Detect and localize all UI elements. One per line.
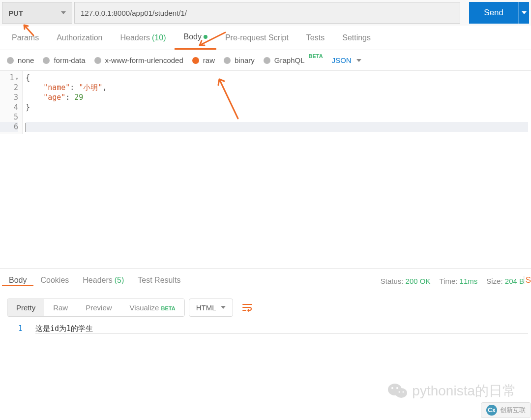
beta-badge: BETA (161, 305, 176, 311)
response-format-row: Pretty Raw Preview Visualize BETA HTML (0, 293, 531, 322)
chevron-down-icon (356, 59, 361, 62)
svg-point-3 (396, 387, 398, 389)
resp-tab-headers[interactable]: Headers (5) (76, 276, 131, 285)
headers-count: (10) (152, 33, 166, 42)
fold-icon: ▼ (16, 76, 18, 81)
editor-gutter: 1▼ 2 3 4 5 6 (0, 71, 23, 134)
format-preview[interactable]: Preview (77, 299, 120, 316)
request-tabs: Params Authorization Headers (10) Body P… (0, 26, 531, 50)
format-visualize[interactable]: Visualize BETA (121, 299, 184, 316)
send-dropdown[interactable] (518, 2, 529, 24)
tab-headers[interactable]: Headers (10) (112, 26, 175, 50)
response-body-editor[interactable]: 1 这是id为1的学生 (0, 322, 531, 335)
radio-icon (94, 57, 101, 64)
http-method-label: PUT (8, 9, 23, 17)
wrap-icon (242, 303, 253, 312)
format-raw[interactable]: Raw (44, 299, 77, 316)
format-pretty[interactable]: Pretty (7, 299, 44, 316)
svg-point-1 (395, 388, 407, 398)
response-status: Status: 200 OK Time: 11ms Size: 204 B (381, 277, 529, 285)
send-button[interactable]: Send (469, 2, 518, 24)
format-tabs: Pretty Raw Preview Visualize BETA (7, 299, 185, 317)
send-button-group: Send (462, 2, 529, 24)
svg-point-2 (391, 387, 393, 389)
response-language-select[interactable]: HTML (189, 299, 234, 317)
bodytype-graphql[interactable]: GraphQLBETA (264, 56, 323, 64)
chevron-down-icon (522, 11, 527, 14)
wechat-icon (387, 382, 408, 400)
tab-body[interactable]: Body (175, 26, 216, 50)
bodytype-none[interactable]: none (7, 56, 34, 64)
bodytype-binary[interactable]: binary (224, 56, 255, 64)
size-value: 204 B (505, 277, 524, 285)
bodytype-raw[interactable]: raw (192, 56, 215, 64)
bodytype-formdata[interactable]: form-data (43, 56, 85, 64)
time-value: 11ms (460, 277, 478, 285)
cursor-icon (26, 123, 26, 132)
truncated-text: S (526, 275, 531, 285)
wrap-lines-button[interactable] (237, 298, 258, 317)
resp-headers-count: (5) (115, 276, 124, 285)
beta-badge: BETA (309, 53, 323, 59)
bodytype-urlencoded[interactable]: x-www-form-urlencoded (94, 56, 183, 64)
raw-language-select[interactable]: JSON (332, 56, 361, 64)
code-area[interactable]: { "name": "小明", "age": 29 } (23, 71, 531, 134)
tab-params[interactable]: Params (3, 26, 48, 50)
svg-point-4 (399, 391, 400, 393)
tab-tests[interactable]: Tests (297, 26, 333, 50)
http-method-select[interactable]: PUT (2, 2, 72, 24)
status-value: 200 OK (406, 277, 431, 285)
tab-settings[interactable]: Settings (333, 26, 380, 50)
url-input[interactable] (74, 2, 460, 24)
body-indicator-icon (204, 35, 207, 39)
resp-tab-cookies[interactable]: Cookies (33, 276, 76, 285)
watermark-badge: Cx 创新互联 (481, 402, 531, 418)
resp-tab-testresults[interactable]: Test Results (131, 276, 187, 285)
watermark: pythonista的日常 (387, 382, 516, 400)
divider: | (523, 274, 525, 285)
response-tabs-row: Body Cookies Headers (5) Test Results St… (0, 269, 531, 293)
resp-tab-body[interactable]: Body (2, 276, 33, 286)
tab-prerequest[interactable]: Pre-request Script (216, 26, 297, 50)
resp-code: 这是id为1的学生 (32, 322, 531, 335)
chevron-down-icon (221, 306, 226, 309)
tab-authorization[interactable]: Authorization (48, 26, 111, 50)
response-section: Body Cookies Headers (5) Test Results St… (0, 268, 531, 335)
radio-icon (224, 57, 231, 64)
resp-gutter: 1 (0, 322, 32, 335)
body-type-row: none form-data x-www-form-urlencoded raw… (0, 50, 531, 71)
chevron-down-icon (61, 11, 66, 14)
request-url-bar: PUT Send (0, 0, 531, 26)
radio-icon (43, 57, 50, 64)
radio-checked-icon (192, 57, 199, 64)
radio-icon (264, 57, 270, 64)
request-body-editor[interactable]: 1▼ 2 3 4 5 6 { "name": "小明", "age": 29 } (0, 71, 531, 134)
cx-logo-icon: Cx (486, 405, 497, 416)
svg-point-5 (403, 391, 404, 393)
radio-icon (7, 57, 14, 64)
